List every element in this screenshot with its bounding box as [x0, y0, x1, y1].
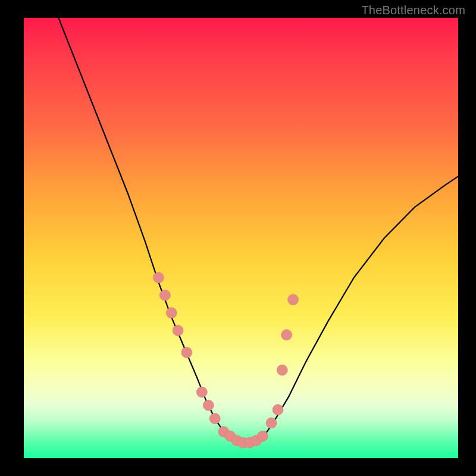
chart-svg — [24, 18, 458, 458]
data-point — [209, 413, 220, 424]
data-point — [203, 400, 214, 411]
scatter-dots — [153, 273, 298, 448]
data-point — [288, 295, 299, 305]
bottleneck-curve — [58, 18, 458, 445]
data-point — [273, 405, 283, 415]
data-point — [181, 347, 192, 358]
data-point — [258, 431, 268, 441]
data-point — [159, 290, 170, 300]
data-point — [173, 325, 183, 336]
data-point — [277, 365, 287, 375]
data-point — [166, 308, 177, 318]
watermark-text: TheBottleneck.com — [361, 4, 465, 17]
data-point — [196, 387, 207, 397]
data-point — [281, 330, 292, 340]
data-point — [153, 273, 164, 283]
data-point — [266, 418, 277, 428]
